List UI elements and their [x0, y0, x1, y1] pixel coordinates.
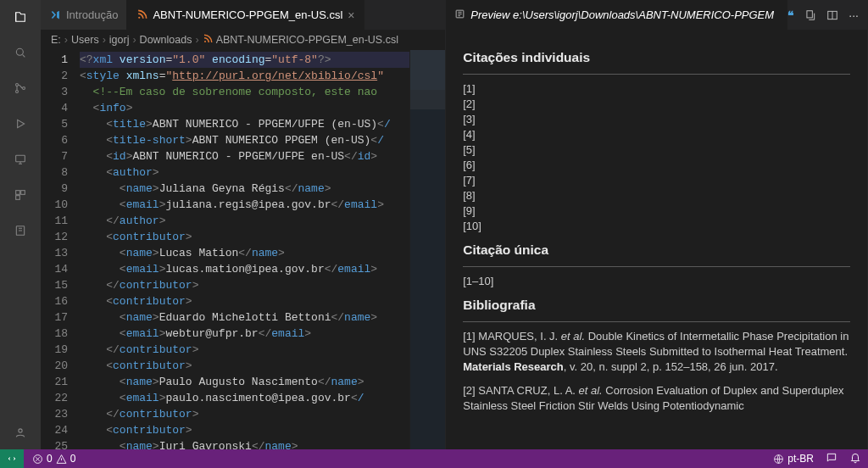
remote-explorer-icon[interactable] — [10, 149, 31, 170]
citation-item: [4] — [463, 127, 850, 142]
quote-icon[interactable]: ❝ — [787, 8, 794, 22]
heading-individual: Citações individuais — [463, 50, 850, 65]
tab-label: ABNT-NUMERICO-PPGEM_en-US.csl — [153, 8, 342, 21]
citation-item: [10] — [463, 219, 850, 234]
breadcrumb[interactable]: E:› Users› igorj› Downloads› ABNT-NUMERI… — [41, 30, 445, 50]
preview-icon — [454, 8, 465, 22]
close-icon[interactable]: × — [348, 8, 354, 22]
breadcrumb-seg[interactable]: Downloads — [140, 34, 192, 46]
line-gutter: 1234567891011121314151617181920212223242… — [41, 50, 80, 449]
source-control-icon[interactable] — [10, 78, 31, 98]
divider — [463, 321, 850, 322]
breadcrumb-seg[interactable]: ABNT-NUMERICO-PPGEM_en-US.csl — [216, 34, 398, 46]
tab-preview[interactable]: Preview e:\Users\igorj\Downloads\ABNT-NU… — [446, 0, 787, 30]
svg-point-3 — [23, 87, 25, 90]
svg-rect-4 — [16, 155, 25, 161]
svg-rect-13 — [807, 10, 812, 17]
tab-introducao[interactable]: Introdução — [41, 0, 127, 30]
editor-right: Preview e:\Users\igorj\Downloads\ABNT-NU… — [446, 0, 868, 449]
tab-label: Introdução — [66, 8, 118, 21]
explorer-icon[interactable] — [10, 7, 31, 27]
svg-point-9 — [19, 429, 22, 432]
svg-point-2 — [16, 91, 19, 93]
svg-point-11 — [204, 41, 206, 42]
rss-icon — [136, 9, 147, 21]
go-to-file-icon[interactable] — [804, 8, 816, 22]
extensions-icon[interactable] — [10, 185, 31, 205]
code-lines[interactable]: <?xml version="1.0" encoding="utf-8"?><s… — [80, 50, 409, 449]
status-problems[interactable]: 0 0 — [32, 453, 75, 465]
accounts-icon[interactable] — [10, 422, 31, 443]
citation-item: [9] — [463, 203, 850, 219]
activity-bar — [0, 0, 41, 449]
run-debug-icon[interactable] — [10, 114, 31, 134]
citation-item: [7] — [463, 173, 850, 188]
editor-left: Introdução ABNT-NUMERICO-PPGEM_en-US.csl… — [41, 0, 446, 449]
individual-citations-list: [1][2][3][4][5][6][7][8][9][10] — [463, 81, 850, 234]
citation-item: [5] — [463, 142, 850, 158]
tab-bar-right: Preview e:\Users\igorj\Downloads\ABNT-NU… — [446, 0, 867, 30]
svg-point-0 — [16, 48, 23, 55]
citation-ext-icon[interactable] — [10, 220, 31, 241]
svg-point-10 — [138, 17, 140, 19]
status-bell-icon[interactable] — [849, 452, 861, 466]
svg-rect-5 — [16, 191, 20, 195]
heading-bibliography: Bibliografia — [463, 298, 850, 313]
remote-indicator[interactable] — [0, 449, 24, 468]
divider — [463, 74, 850, 75]
citation-item: [1] — [463, 81, 850, 97]
tab-bar-left: Introdução ABNT-NUMERICO-PPGEM_en-US.csl… — [41, 0, 445, 30]
single-citation: [1–10] — [463, 274, 850, 289]
svg-rect-6 — [21, 191, 25, 195]
tab-label: Preview e:\Users\igorj\Downloads\ABNT-NU… — [470, 8, 774, 21]
breadcrumb-seg[interactable]: igorj — [109, 34, 130, 46]
status-feedback-icon[interactable] — [826, 452, 837, 466]
tab-csl-file[interactable]: ABNT-NUMERICO-PPGEM_en-US.csl × — [127, 0, 364, 30]
svg-point-1 — [16, 84, 19, 86]
search-icon[interactable] — [10, 42, 31, 63]
heading-single: Citação única — [463, 242, 850, 258]
citation-item: [3] — [463, 112, 850, 127]
code-editor[interactable]: 1234567891011121314151617181920212223242… — [41, 50, 445, 449]
citation-item: [8] — [463, 188, 850, 203]
more-icon[interactable]: ··· — [849, 8, 859, 22]
bibliography-entry: [1] MARQUES, I. J. et al. Double Kinetic… — [463, 329, 850, 375]
preview-body[interactable]: Citações individuais [1][2][3][4][5][6][… — [446, 30, 867, 449]
status-bar: 0 0 pt-BR — [0, 449, 868, 468]
divider — [463, 266, 850, 267]
vscode-icon — [49, 9, 61, 21]
breadcrumb-seg[interactable]: Users — [71, 34, 99, 46]
svg-rect-7 — [16, 196, 20, 200]
minimap[interactable] — [409, 50, 445, 449]
citation-item: [2] — [463, 97, 850, 112]
citation-item: [6] — [463, 158, 850, 173]
rss-icon — [203, 34, 213, 47]
split-editor-icon[interactable] — [826, 8, 838, 22]
breadcrumb-seg[interactable]: E: — [51, 34, 61, 46]
bibliography-entry: [2] SANTA CRUZ, L. A. et al. Corrosion E… — [463, 383, 850, 414]
bibliography-list: [1] MARQUES, I. J. et al. Double Kinetic… — [463, 329, 850, 414]
status-language[interactable]: pt-BR — [773, 453, 814, 465]
